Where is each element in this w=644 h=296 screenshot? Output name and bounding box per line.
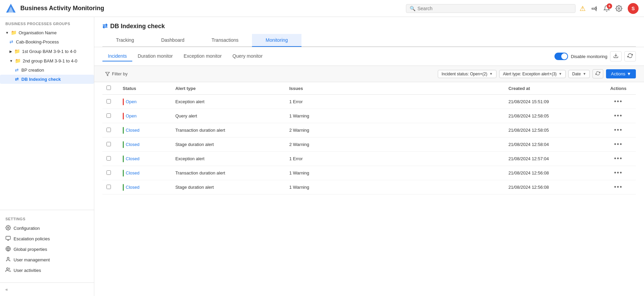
sidebar-item-global[interactable]: Global properties: [0, 244, 94, 255]
sub-tab-bar: Incidents Duration monitor Exception mon…: [94, 47, 644, 66]
toggle-area: Disable monitoring: [554, 53, 607, 60]
th-actions: Actions: [601, 82, 636, 95]
org-name: Organisation Name: [19, 30, 57, 35]
status-link-1[interactable]: Open: [126, 113, 137, 118]
megaphone-icon[interactable]: [591, 5, 598, 12]
sidebar-item-configuration[interactable]: Configuration: [0, 223, 94, 234]
sidebar-item-label-db: DB Indexing check: [21, 77, 61, 82]
sub-tab-exception[interactable]: Exception monitor: [178, 51, 227, 61]
actions-btn[interactable]: Actions ▼: [606, 69, 636, 78]
filter-by-btn[interactable]: Filter by: [102, 70, 130, 78]
status-cell-0: Open: [123, 98, 167, 105]
table-row: Closed Exception alert 1 Error 21/08/202…: [102, 152, 636, 166]
sidebar-item-escalation[interactable]: Escalation policies: [0, 234, 94, 244]
alert-filter-label: Alert type: Exception alert+(3): [503, 72, 557, 76]
tab-transactions[interactable]: Transactions: [198, 34, 252, 47]
sub-tab-query[interactable]: Query monitor: [227, 51, 268, 61]
tabs-top: Tracking Dashboard Transactions Monitori…: [102, 34, 636, 47]
bell-icon[interactable]: 5: [603, 5, 610, 12]
status-link-3[interactable]: Closed: [126, 142, 139, 147]
disable-monitoring-toggle[interactable]: [554, 53, 568, 60]
status-bar-0: [123, 98, 124, 105]
status-cell-3: Closed: [123, 141, 167, 148]
row-actions-btn-2[interactable]: •••: [614, 127, 623, 133]
folder-icon-2: 📁: [15, 58, 21, 63]
refresh-btn-top[interactable]: [624, 51, 636, 61]
sidebar-item-user-activities[interactable]: User activities: [0, 265, 94, 276]
sidebar-group-1[interactable]: ▶ 📁 1st Group BAM 3-9-1 to 4-0: [0, 47, 94, 56]
issues-cell-3: 2 Warning: [285, 137, 504, 152]
sidebar-org[interactable]: ▼ 📁 Organisation Name: [0, 28, 94, 37]
tab-tracking[interactable]: Tracking: [102, 34, 148, 47]
status-link-4[interactable]: Closed: [126, 156, 139, 161]
escalation-label: Escalation policies: [14, 236, 50, 241]
row-checkbox-2[interactable]: [106, 128, 111, 132]
notification-badge: 5: [607, 3, 612, 9]
row-actions-btn-4[interactable]: •••: [614, 155, 623, 162]
row-checkbox-3[interactable]: [106, 142, 111, 146]
row-actions-btn-3[interactable]: •••: [614, 141, 623, 148]
tab-monitoring[interactable]: Monitoring: [252, 34, 301, 47]
date-filter-chip[interactable]: Date ▼: [568, 70, 590, 78]
select-all-checkbox[interactable]: [106, 86, 111, 90]
page-title: ⇄ DB Indexing check: [102, 22, 636, 30]
page-title-icon: ⇄: [102, 22, 108, 30]
sidebar: BUSINESS PROCESSES GROUPS ▼ 📁 Organisati…: [0, 17, 94, 296]
row-checkbox-1[interactable]: [106, 113, 111, 118]
status-link-6[interactable]: Closed: [126, 185, 139, 190]
sidebar-item-bp-creation[interactable]: ⇄ BP creation: [0, 66, 94, 75]
sidebar-item-user-mgmt[interactable]: User management: [0, 255, 94, 265]
sidebar-item-db-indexing[interactable]: ⇄ DB Indexing check: [0, 75, 94, 84]
row-actions-btn-1[interactable]: •••: [614, 112, 623, 119]
group2-label: 2nd group BAM 3-9-1 to 4-0: [23, 58, 77, 63]
status-link-2[interactable]: Closed: [126, 128, 139, 133]
row-actions-btn-6[interactable]: •••: [614, 184, 623, 190]
th-alert-type: Alert type: [171, 82, 285, 95]
row-checkbox-6[interactable]: [106, 185, 111, 189]
gear-icon[interactable]: [616, 5, 622, 12]
actions-chevron: ▼: [627, 71, 631, 76]
sidebar-item-cab-booking[interactable]: ⇄ Cab-Booking-Process: [0, 37, 94, 47]
th-issues: Issues: [285, 82, 504, 95]
row-checkbox-0[interactable]: [106, 99, 111, 104]
search-box[interactable]: 🔍: [406, 4, 575, 13]
status-filter-chip[interactable]: Incident status: Open+(2) ▼: [438, 70, 496, 78]
toggle-label: Disable monitoring: [571, 54, 607, 59]
avatar[interactable]: S: [628, 3, 639, 14]
table-row: Open Exception alert 1 Error 21/08/2024 …: [102, 95, 636, 109]
svg-point-2: [618, 7, 620, 9]
tab-dashboard[interactable]: Dashboard: [148, 34, 198, 47]
status-link-5[interactable]: Closed: [126, 170, 139, 175]
row-actions-btn-5[interactable]: •••: [614, 169, 623, 176]
folder-icon-1: 📁: [14, 49, 20, 54]
status-cell-4: Closed: [123, 155, 167, 162]
th-created: Created at: [504, 82, 601, 95]
app-title: Business Activity Monitoring: [20, 5, 402, 12]
created-at-cell-0: 21/08/2024 15:51:09: [504, 95, 601, 109]
sidebar-group-2[interactable]: ▼ 📁 2nd group BAM 3-9-1 to 4-0: [0, 56, 94, 66]
download-btn[interactable]: [610, 51, 622, 61]
sidebar-item-label: Cab-Booking-Process: [16, 39, 59, 44]
date-filter-chevron: ▼: [583, 72, 586, 76]
user-activities-label: User activities: [14, 268, 41, 273]
alert-type-cell-6: Stage duration alert: [171, 180, 285, 195]
row-actions-btn-0[interactable]: •••: [614, 98, 623, 105]
row-checkbox-4[interactable]: [106, 156, 111, 161]
sidebar-item-label-bp: BP creation: [21, 68, 44, 73]
refresh-btn-toolbar[interactable]: [592, 69, 603, 78]
sub-tab-incidents[interactable]: Incidents: [102, 51, 132, 61]
sidebar-collapse-btn[interactable]: «: [0, 282, 94, 296]
sub-tab-duration[interactable]: Duration monitor: [132, 51, 178, 61]
filter-label: Filter by: [112, 71, 128, 76]
created-at-cell-2: 21/08/2024 12:58:05: [504, 123, 601, 137]
search-input[interactable]: [417, 6, 572, 11]
issues-cell-0: 1 Error: [285, 95, 504, 109]
status-cell-5: Closed: [123, 170, 167, 177]
alert-filter-chip[interactable]: Alert type: Exception alert+(3) ▼: [499, 70, 566, 78]
warning-icon[interactable]: ⚠: [580, 4, 586, 13]
incidents-table-container: Status Alert type Issues Created at Acti…: [94, 82, 644, 296]
status-cell-2: Closed: [123, 127, 167, 134]
status-link-0[interactable]: Open: [126, 99, 137, 104]
row-checkbox-5[interactable]: [106, 170, 111, 175]
th-status: Status: [119, 82, 171, 95]
